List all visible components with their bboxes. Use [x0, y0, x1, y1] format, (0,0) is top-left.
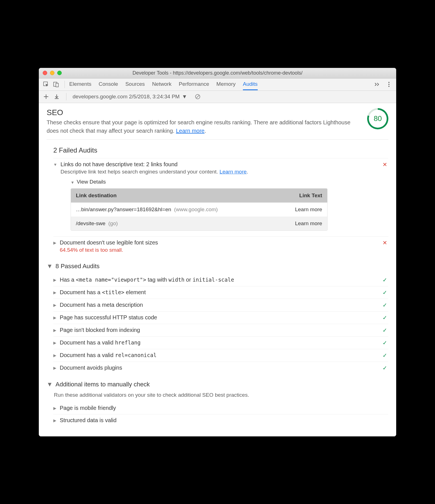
- category-title: SEO: [47, 108, 362, 117]
- minimize-window-button[interactable]: [50, 71, 54, 75]
- chevron-right-icon[interactable]: ▶: [53, 303, 56, 307]
- audit-passed: ▶Document has a valid rel=canonical✓: [53, 349, 388, 362]
- table-row: …bin/answer.py?answer=181692&hl=en (www.…: [71, 203, 327, 217]
- tab-sources[interactable]: Sources: [125, 79, 145, 90]
- learn-more-link[interactable]: Learn more: [176, 128, 204, 134]
- chevron-right-icon[interactable]: ▶: [53, 241, 56, 245]
- audit-manual: ▶Structured data is valid: [53, 414, 388, 426]
- tab-audits[interactable]: Audits: [243, 79, 258, 90]
- report-label: developers.google.com 2/5/2018, 3:24:34 …: [73, 94, 180, 100]
- kebab-menu-icon[interactable]: [385, 80, 393, 88]
- panel-tabs: ElementsConsoleSourcesNetworkPerformance…: [69, 79, 258, 90]
- score-gauge: 80: [367, 108, 388, 129]
- audit-passed: ▶Document has a meta description✓: [53, 299, 388, 311]
- audit-failed-links: ▼ Links do not have descriptive text: 2 …: [53, 158, 388, 236]
- fail-icon: ✕: [381, 161, 388, 168]
- audit-title: Structured data is valid: [60, 417, 388, 424]
- audit-title: Has a <meta name="viewport"> tag with wi…: [60, 277, 378, 283]
- separator: [66, 93, 66, 100]
- device-toggle-icon[interactable]: [52, 80, 60, 88]
- devtools-window: Developer Tools - https://developers.goo…: [39, 68, 396, 436]
- chevron-down-icon: ▼: [71, 180, 75, 185]
- audit-title: Links do not have descriptive text: 2 li…: [61, 161, 378, 168]
- chevron-right-icon[interactable]: ▶: [53, 366, 56, 370]
- separator: [64, 81, 65, 88]
- zoom-window-button[interactable]: [57, 71, 62, 75]
- audit-title: Document has a meta description: [60, 302, 378, 308]
- audit-title: Document has a <title> element: [60, 289, 378, 296]
- chevron-right-icon[interactable]: ▶: [53, 315, 56, 320]
- audit-title: Document has a valid hreflang: [60, 339, 378, 346]
- close-window-button[interactable]: [43, 71, 47, 75]
- tab-network[interactable]: Network: [152, 79, 172, 90]
- chevron-right-icon[interactable]: ▶: [53, 406, 56, 410]
- audits-toolbar: developers.google.com 2/5/2018, 3:24:34 …: [39, 91, 396, 103]
- pass-icon: ✓: [381, 339, 388, 346]
- chevron-right-icon[interactable]: ▶: [53, 328, 56, 332]
- chevron-right-icon[interactable]: ▶: [53, 418, 56, 423]
- chevron-right-icon[interactable]: ▶: [53, 290, 56, 295]
- svg-rect-2: [56, 83, 58, 87]
- pass-icon: ✓: [381, 365, 388, 371]
- tab-performance[interactable]: Performance: [179, 79, 209, 90]
- more-tabs-icon[interactable]: [373, 80, 381, 88]
- pass-icon: ✓: [381, 277, 388, 283]
- audit-title: Document doesn't use legible font sizes: [60, 239, 378, 246]
- view-details-toggle[interactable]: ▼ View Details: [71, 179, 378, 185]
- fail-icon: ✕: [381, 239, 388, 246]
- svg-point-3: [388, 82, 389, 83]
- clear-icon[interactable]: [194, 93, 201, 100]
- svg-point-4: [388, 84, 389, 85]
- pass-icon: ✓: [381, 302, 388, 308]
- svg-line-7: [196, 95, 199, 98]
- cell-linktext: Learn more: [274, 203, 327, 217]
- tab-elements[interactable]: Elements: [69, 79, 91, 90]
- col-header-linktext: Link Text: [274, 189, 327, 203]
- window-title: Developer Tools - https://developers.goo…: [39, 70, 396, 76]
- new-audit-icon[interactable]: [43, 93, 49, 100]
- audit-passed: ▶Has a <meta name="viewport"> tag with w…: [53, 274, 388, 286]
- audit-content: SEO These checks ensure that your page i…: [39, 103, 396, 436]
- pass-icon: ✓: [381, 289, 388, 296]
- chevron-down-icon: ▼: [182, 94, 187, 100]
- manual-audits-heading[interactable]: ▼ Additional items to manually check: [47, 381, 388, 388]
- cell-destination: /devsite-swe (go): [71, 217, 274, 230]
- audit-failed-fontsizes: ▶ Document doesn't use legible font size…: [53, 236, 388, 256]
- audit-passed: ▶Page has successful HTTP status code✓: [53, 311, 388, 324]
- audit-manual: ▶Page is mobile friendly: [53, 402, 388, 414]
- svg-point-5: [388, 86, 389, 87]
- tab-console[interactable]: Console: [99, 79, 118, 90]
- titlebar: Developer Tools - https://developers.goo…: [39, 68, 396, 79]
- details-table: Link destination Link Text …bin/answer.p…: [71, 188, 328, 231]
- chevron-down-icon[interactable]: ▼: [53, 162, 57, 167]
- category-description: These checks ensure that your page is op…: [47, 118, 362, 135]
- pass-icon: ✓: [381, 327, 388, 334]
- audit-details: ▼ View Details Link destination Link Tex…: [71, 179, 378, 231]
- audit-passed: ▶Document has a valid hreflang✓: [53, 336, 388, 349]
- manual-description: Run these additional validators on your …: [54, 392, 388, 398]
- table-row: /devsite-swe (go) Learn more: [71, 217, 327, 230]
- audit-passed: ▶Document avoids plugins✓: [53, 362, 388, 374]
- audit-title: Page is mobile friendly: [60, 405, 388, 411]
- audit-passed: ▶Document has a <title> element✓: [53, 286, 388, 299]
- chevron-right-icon[interactable]: ▶: [53, 278, 56, 282]
- chevron-down-icon: ▼: [47, 381, 53, 388]
- download-icon[interactable]: [53, 93, 60, 100]
- traffic-lights: [43, 71, 62, 75]
- inspect-icon[interactable]: [42, 80, 50, 88]
- failed-audits-heading: 2 Failed Audits: [53, 146, 388, 154]
- audit-description: Descriptive link text helps search engin…: [61, 169, 378, 175]
- tabbar: ElementsConsoleSourcesNetworkPerformance…: [39, 79, 396, 91]
- chevron-right-icon[interactable]: ▶: [53, 341, 56, 345]
- chevron-right-icon[interactable]: ▶: [53, 353, 56, 358]
- passed-audits-heading[interactable]: ▼ 8 Passed Audits: [47, 263, 388, 270]
- tab-memory[interactable]: Memory: [216, 79, 236, 90]
- learn-more-link[interactable]: Learn more: [219, 169, 247, 175]
- chevron-down-icon: ▼: [47, 263, 53, 270]
- report-selector[interactable]: developers.google.com 2/5/2018, 3:24:34 …: [73, 94, 187, 100]
- col-header-destination: Link destination: [71, 189, 274, 203]
- audit-title: Document has a valid rel=canonical: [60, 352, 378, 358]
- audit-title: Page isn't blocked from indexing: [60, 327, 378, 333]
- audit-passed: ▶Page isn't blocked from indexing✓: [53, 324, 388, 336]
- seo-header: SEO These checks ensure that your page i…: [47, 108, 388, 140]
